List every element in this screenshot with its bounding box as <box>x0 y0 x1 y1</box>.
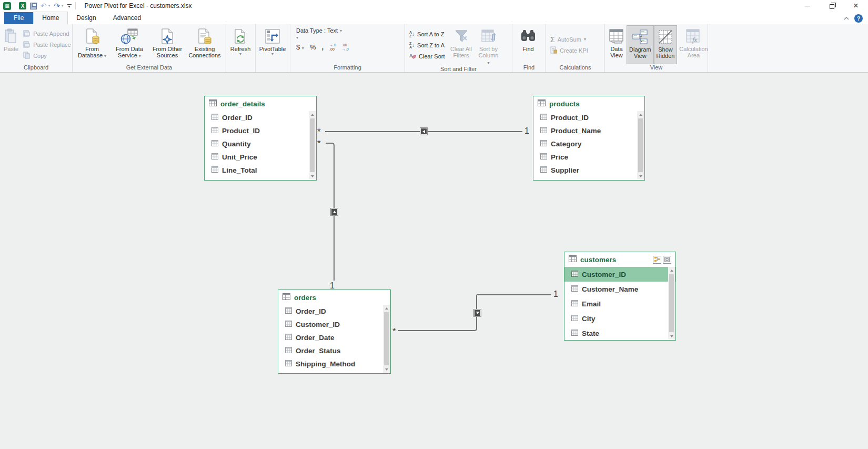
table-icon <box>569 255 577 264</box>
field-row-selected[interactable]: Customer_ID <box>564 267 675 282</box>
table-icon <box>538 99 546 108</box>
table-orders[interactable]: orders Order_ID Customer_ID Order_Date O… <box>278 290 391 374</box>
paste-button[interactable]: Paste <box>2 25 21 64</box>
column-icon <box>211 127 218 135</box>
copy-button[interactable]: Copy <box>21 51 74 62</box>
customize-toolbar-icon[interactable]: ▾ <box>67 4 72 8</box>
thousands-separator-button[interactable]: , <box>321 43 324 51</box>
clear-all-filters-button[interactable]: Clear All Filters <box>448 25 475 66</box>
create-kpi-button[interactable]: Create KPI <box>548 45 591 56</box>
field-row[interactable]: Product_ID <box>533 111 644 124</box>
from-data-service-button[interactable]: From Data Service ▾ <box>110 25 149 64</box>
table-header[interactable]: order_details <box>205 96 316 111</box>
relationship-connector[interactable] <box>420 128 427 135</box>
format-dropdown[interactable]: ▾ <box>296 35 349 40</box>
table-header[interactable]: products <box>533 96 644 111</box>
close-button[interactable]: × <box>844 0 868 12</box>
field-row[interactable]: Customer_Name <box>564 282 675 296</box>
decrease-decimal-icon[interactable]: .00→.0 <box>342 43 349 51</box>
table-customers[interactable]: customers Customer_ID Customer_Name Emai… <box>564 252 676 341</box>
relationship-connector[interactable] <box>331 208 338 215</box>
scrollbar[interactable] <box>309 111 316 179</box>
table-header[interactable]: orders <box>278 290 390 305</box>
autosum-button[interactable]: Σ AutoSum ▾ <box>548 34 591 45</box>
field-row[interactable]: Category <box>533 137 644 151</box>
paste-icon <box>4 27 18 46</box>
currency-button[interactable]: $ ▾ <box>296 43 304 51</box>
sort-by-column-button[interactable]: Sort by Column ▾ <box>475 25 502 66</box>
field-row[interactable]: Order_ID <box>205 111 316 124</box>
calculation-area-button[interactable]: fx Calculation Area <box>677 25 710 64</box>
sort-a-to-z-button[interactable]: AZ↓ Sort A to Z <box>407 29 448 40</box>
group-clipboard: Paste Paste Append Paste Replace Copy Cl… <box>0 24 73 72</box>
scrollbar[interactable] <box>668 267 675 340</box>
field-row[interactable]: Email <box>564 296 675 311</box>
field-row[interactable]: Order_ID <box>278 305 390 318</box>
paste-append-icon <box>23 29 31 38</box>
data-type-dropdown[interactable]: Data Type : Text▾ <box>296 27 349 34</box>
column-icon <box>571 285 578 293</box>
column-icon <box>285 347 292 355</box>
column-icon <box>211 166 218 174</box>
table-header[interactable]: customers <box>564 252 675 267</box>
divider <box>75 2 76 9</box>
table-products[interactable]: products Product_ID Product_Name Categor… <box>533 96 645 181</box>
show-hidden-button[interactable]: Show Hidden <box>654 25 678 64</box>
scrollbar[interactable] <box>383 305 390 373</box>
tab-advanced[interactable]: Advanced <box>105 12 149 24</box>
tab-home[interactable]: Home <box>33 12 68 24</box>
field-row[interactable]: Unit_Price <box>205 151 316 164</box>
collapse-ribbon-icon[interactable] <box>844 17 849 20</box>
relationship-line-orders-customers[interactable] <box>398 295 477 331</box>
binoculars-icon <box>520 27 536 46</box>
undo-icon[interactable]: ↶ <box>41 2 47 9</box>
data-view-button[interactable]: Data View <box>607 25 627 64</box>
relationship-connector[interactable] <box>474 310 481 316</box>
excel-icon[interactable]: X <box>19 2 26 9</box>
redo-icon[interactable]: ↷ <box>54 2 60 9</box>
pivottable-button[interactable]: PivotTable ▾ <box>257 25 288 71</box>
existing-connections-button[interactable]: Existing Connections <box>186 25 224 64</box>
undo-dropdown-icon[interactable]: ▾ <box>48 4 51 8</box>
maximize-table-icon[interactable] <box>663 256 671 264</box>
field-row[interactable]: Order_Status <box>278 344 390 357</box>
dropdown-icon: ▾ <box>271 52 274 57</box>
from-database-button[interactable]: From Database ▾ <box>74 25 110 64</box>
help-button[interactable]: ? <box>854 14 863 23</box>
scrollbar[interactable] <box>637 111 644 179</box>
minimize-button[interactable] <box>795 0 820 12</box>
field-row[interactable]: Product_ID <box>205 124 316 137</box>
tab-design[interactable]: Design <box>68 12 104 24</box>
restore-button[interactable] <box>820 0 844 12</box>
sort-z-to-a-button[interactable]: ZA↓ Sort Z to A <box>407 40 448 51</box>
field-row[interactable]: City <box>564 311 675 326</box>
paste-append-button[interactable]: Paste Append <box>21 28 74 39</box>
field-row[interactable]: Shipping_Method <box>278 357 390 371</box>
field-row[interactable]: State <box>564 326 675 341</box>
diagram-canvas[interactable]: * 1 * 1 * 1 order_details Order_ID Produ… <box>0 73 868 449</box>
field-row[interactable]: Line_Total <box>205 164 316 177</box>
percent-button[interactable]: % <box>310 43 316 51</box>
field-row[interactable]: Order_Date <box>278 331 390 344</box>
clear-sort-button[interactable]: A Clear Sort <box>407 51 448 62</box>
related-tables-icon[interactable] <box>653 256 661 264</box>
from-other-sources-button[interactable]: From Other Sources <box>149 25 186 64</box>
field-row[interactable]: Price <box>533 151 644 164</box>
field-row[interactable]: Quantity <box>205 137 316 151</box>
diagram-view-button[interactable]: Diagram View <box>627 25 654 64</box>
refresh-button[interactable]: Refresh ▾ <box>228 25 253 71</box>
field-label: Supplier <box>551 166 579 174</box>
connections-icon <box>197 27 213 46</box>
field-row[interactable]: Customer_ID <box>278 318 390 331</box>
field-row[interactable]: Supplier <box>533 164 644 177</box>
pivottable-icon <box>265 27 280 46</box>
redo-dropdown-icon[interactable]: ▾ <box>62 4 64 8</box>
find-button[interactable]: Find <box>514 25 542 64</box>
paste-replace-button[interactable]: Paste Replace <box>21 39 74 51</box>
field-row[interactable]: Product_Name <box>533 124 644 137</box>
save-icon[interactable] <box>30 3 37 9</box>
table-order-details[interactable]: order_details Order_ID Product_ID Quanti… <box>204 96 317 181</box>
tab-file[interactable]: File <box>4 12 33 24</box>
increase-decimal-icon[interactable]: →.0.00 <box>329 43 336 51</box>
relationship-line-orders-customers[interactable] <box>477 294 551 295</box>
